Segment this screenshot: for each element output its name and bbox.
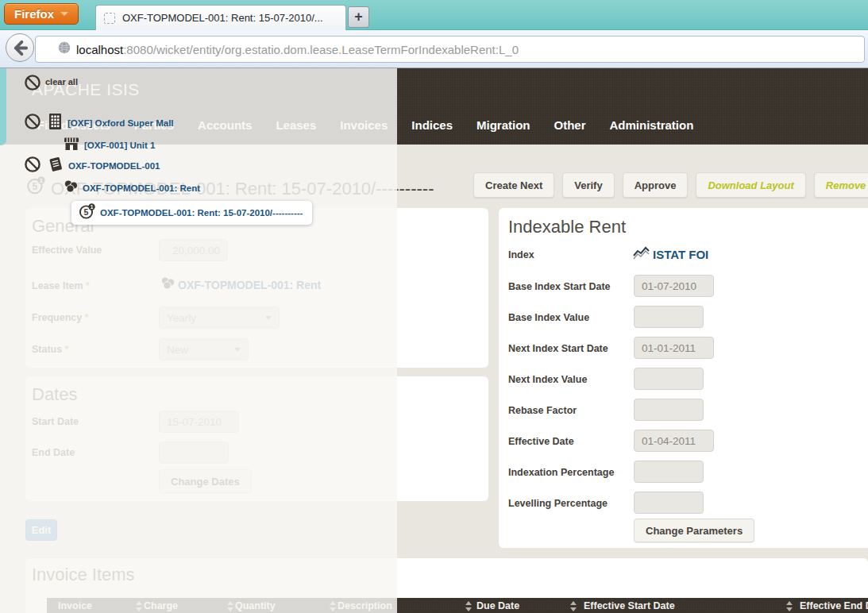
rebase-factor-input[interactable] — [634, 399, 704, 421]
column-header-effective-end-date[interactable]: Effective End Date — [800, 600, 868, 611]
bookmark-item-unit[interactable]: [OXF-001] Unit 1 — [64, 137, 155, 154]
nav-item-migration[interactable]: Migration — [476, 118, 530, 132]
next-index-value-label: Next Index Value — [508, 374, 587, 385]
base-index-start-date-label: Base Index Start Date — [508, 281, 611, 292]
bookmark-panel-edge — [0, 68, 6, 145]
sort-icon[interactable] — [570, 601, 577, 611]
url-text: localhost:8080/wicket/entity/org.estatio… — [76, 43, 519, 56]
sort-icon[interactable] — [465, 601, 473, 611]
nav-item-other[interactable]: Other — [554, 118, 585, 132]
next-index-start-date-label: Next Index Start Date — [508, 343, 608, 354]
action-button-bar: Create Next Verify Approve Download Layo… — [473, 172, 868, 198]
indexation-percentage-label: Indexation Percentage — [508, 467, 614, 478]
index-chart-icon — [632, 245, 650, 264]
column-header-due-date[interactable]: Due Date — [476, 600, 519, 611]
lease-icon — [48, 156, 64, 175]
rebase-factor-label: Rebase Factor — [508, 405, 577, 416]
new-tab-button[interactable]: + — [348, 6, 369, 28]
index-label: Index — [508, 249, 534, 260]
tab-title: OXF-TOPMODEL-001: Rent: 15-07-2010/... — [122, 12, 323, 24]
overlay-veil — [0, 68, 397, 613]
effective-date-label: Effective Date — [508, 436, 574, 447]
bookmark-item-lease-term-selected[interactable]: OXF-TOPMODEL-001: Rent: 15-07-2010/-----… — [71, 201, 312, 225]
sort-icon[interactable] — [786, 601, 793, 611]
change-parameters-button[interactable]: Change Parameters — [634, 519, 754, 542]
bookmark-item-lease[interactable]: OXF-TOPMODEL-001 — [48, 156, 160, 175]
bookmark-item-lease-item[interactable]: OXF-TOPMODEL-001: Rent — [64, 179, 200, 196]
favicon-placeholder-icon — [104, 13, 115, 24]
next-index-start-date-input[interactable] — [634, 337, 714, 359]
base-index-start-date-input[interactable] — [634, 275, 714, 297]
remove-button[interactable]: Remove — [814, 172, 868, 198]
effective-date-input[interactable] — [634, 430, 714, 452]
clear-all-button[interactable]: clear all — [45, 77, 78, 87]
create-next-button[interactable]: Create Next — [473, 172, 554, 198]
base-index-value-label: Base Index Value — [508, 312, 589, 323]
building-icon — [48, 114, 63, 133]
levelling-percentage-label: Levelling Percentage — [508, 498, 608, 509]
levelling-percentage-input[interactable] — [634, 492, 704, 514]
browser-navbar: localhost:8080/wicket/entity/org.estatio… — [0, 30, 868, 68]
clear-all-ban-icon[interactable] — [24, 74, 41, 91]
coins-icon — [64, 179, 78, 196]
indexable-rent-panel: Indexable Rent Index ISTAT FOI Base Inde… — [499, 208, 868, 548]
next-index-value-input[interactable] — [634, 368, 704, 390]
term-icon — [79, 203, 95, 223]
chevron-down-icon — [60, 12, 68, 16]
nav-item-administration[interactable]: Administration — [610, 118, 694, 132]
firefox-menu-button[interactable]: Firefox — [4, 3, 79, 25]
nav-item-indices[interactable]: Indices — [411, 118, 453, 132]
browser-tab[interactable]: OXF-TOPMODEL-001: Rent: 15-07-2010/... — [95, 5, 346, 30]
remove-bookmark-ban-icon[interactable] — [24, 113, 41, 130]
base-index-value-input[interactable] — [634, 306, 704, 328]
globe-icon — [58, 41, 71, 57]
approve-button[interactable]: Approve — [623, 172, 689, 198]
indexable-rent-heading: Indexable Rent — [508, 217, 626, 237]
screenshot-root: APACHE ISIS Fixed Assets Parties Account… — [0, 0, 868, 613]
remove-bookmark-ban-icon[interactable] — [24, 156, 41, 173]
download-layout-button[interactable]: Download Layout — [696, 172, 805, 198]
index-link[interactable]: ISTAT FOI — [653, 248, 708, 261]
column-header-effective-start-date[interactable]: Effective Start Date — [584, 600, 675, 611]
back-button[interactable] — [6, 33, 34, 62]
bookmark-item-property[interactable]: [OXF] Oxford Super Mall — [48, 114, 174, 133]
verify-button[interactable]: Verify — [562, 172, 614, 198]
indexation-percentage-input[interactable] — [634, 461, 704, 483]
shop-icon — [64, 137, 79, 154]
url-bar[interactable]: localhost:8080/wicket/entity/org.estatio… — [35, 36, 865, 63]
